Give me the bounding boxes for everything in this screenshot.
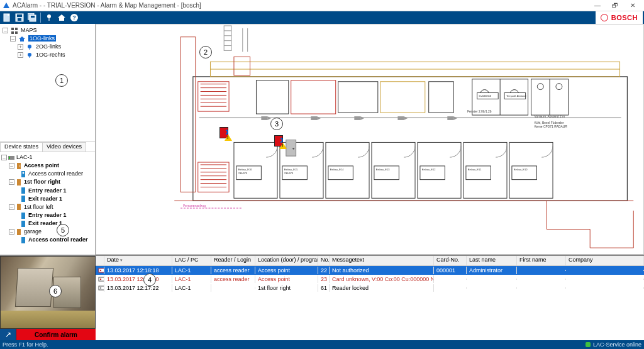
- tab-device-states[interactable]: Device states: [0, 142, 43, 152]
- tree-toggle[interactable]: –: [9, 179, 14, 185]
- svg-point-130: [100, 287, 101, 289]
- row-alarm-icon: [96, 267, 104, 274]
- col-lac[interactable]: LAC / PC: [172, 256, 211, 265]
- svg-point-126: [100, 270, 101, 271]
- device-root[interactable]: LAC-1: [16, 154, 33, 160]
- event-table: Date▾ LAC / PC Reader / Login Location (…: [96, 256, 644, 340]
- svg-rect-32: [17, 204, 21, 210]
- save-button[interactable]: [14, 12, 25, 23]
- tree-toggle[interactable]: –: [10, 36, 16, 42]
- col-location[interactable]: Location (door) / program: [255, 256, 318, 265]
- reader-icon: [20, 221, 27, 227]
- event-row[interactable]: 13.03.2017 12:18:18 LAC-1 access reader …: [96, 266, 644, 275]
- col-message[interactable]: Messagetext: [330, 256, 434, 265]
- svg-text:Einbau_E11: Einbau_E11: [468, 168, 481, 171]
- svg-point-26: [19, 165, 21, 167]
- device-reader[interactable]: Exit reader 1: [28, 196, 62, 202]
- device-1st-floor-left[interactable]: 1st floor left: [24, 204, 53, 210]
- svg-rect-116: [224, 26, 231, 50]
- svg-point-128: [100, 279, 101, 280]
- col-date[interactable]: Date▾: [104, 256, 172, 265]
- device-reader[interactable]: Access control reader: [28, 236, 88, 243]
- svg-marker-18: [19, 36, 25, 42]
- restore-button[interactable]: 🗗: [606, 1, 624, 11]
- tree-toggle[interactable]: –: [9, 163, 14, 169]
- window-title: ACAlarm - - TRIAL-VERSION - Alarm & Map …: [13, 2, 589, 9]
- tab-video-devices[interactable]: Video devices: [42, 142, 86, 152]
- minimize-button[interactable]: —: [589, 1, 606, 11]
- reader-icon: [20, 237, 27, 243]
- pin-button[interactable]: [43, 12, 55, 23]
- svg-rect-64: [429, 82, 453, 113]
- expand-camera-button[interactable]: ↗: [0, 329, 16, 340]
- service-status: LAC-Service online: [586, 341, 641, 348]
- tree-toggle[interactable]: –: [3, 28, 8, 33]
- svg-rect-81: [447, 116, 453, 120]
- tree-toggle[interactable]: +: [18, 52, 23, 58]
- confirm-alarm-button[interactable]: Confirm alarm: [16, 329, 96, 340]
- device-panel: Device states Video devices –LAC-1 –Acce…: [0, 142, 95, 255]
- device-reader[interactable]: Entry reader 1: [28, 212, 67, 218]
- close-button[interactable]: ✕: [624, 1, 641, 11]
- svg-marker-76: [317, 116, 321, 120]
- svg-rect-4: [17, 14, 22, 17]
- device-1st-floor-right[interactable]: 1st floor right: [24, 179, 60, 186]
- svg-text:Fenster 2.06/1.26: Fenster 2.06/1.26: [467, 110, 492, 113]
- maps-tree[interactable]: – MAPS – 1OG-links + 2OG-links +: [1, 25, 94, 61]
- svg-rect-51: [198, 162, 229, 192]
- door-icon: [16, 229, 23, 235]
- device-reader[interactable]: Exit reader 1: [28, 220, 62, 226]
- device-reader[interactable]: Access control reader: [28, 170, 83, 177]
- row-alarm-icon: [96, 275, 104, 283]
- save-all-button[interactable]: [26, 12, 38, 23]
- col-company[interactable]: Company: [566, 256, 644, 265]
- sort-indicator-icon: ▾: [120, 258, 123, 262]
- map-item-2og-links[interactable]: 2OG-links: [36, 43, 61, 50]
- col-no[interactable]: No.: [318, 256, 330, 265]
- col-icon[interactable]: [96, 256, 104, 265]
- callout-1: 1: [55, 74, 68, 87]
- col-firstname[interactable]: First name: [517, 256, 566, 265]
- svg-rect-61: [291, 80, 336, 114]
- status-bar: Press F1 for Help. LAC-Service online: [0, 340, 644, 349]
- col-cardno[interactable]: Card-No.: [434, 256, 467, 265]
- map-item-1og-links[interactable]: 1OG-links: [28, 35, 56, 42]
- tree-toggle[interactable]: –: [1, 155, 7, 160]
- pin-icon: [26, 52, 33, 58]
- callout-3: 3: [270, 118, 283, 130]
- svg-text:236/370: 236/370: [284, 172, 294, 175]
- event-row[interactable]: 13.03.2017 12:17:30 LAC-1 access reader …: [96, 275, 644, 284]
- svg-point-71: [537, 84, 543, 90]
- svg-rect-79: [397, 116, 404, 120]
- tree-toggle[interactable]: +: [18, 44, 23, 50]
- tree-toggle[interactable]: –: [9, 229, 14, 235]
- device-garage[interactable]: garage: [24, 228, 42, 235]
- event-header-row: Date▾ LAC / PC Reader / Login Location (…: [96, 256, 644, 266]
- device-reader[interactable]: Entry reader 1: [28, 187, 67, 194]
- reader-icon: [20, 213, 27, 219]
- reader-alarm-icon[interactable]: [219, 127, 231, 141]
- home-button[interactable]: [56, 12, 67, 23]
- new-file-button[interactable]: [1, 12, 13, 23]
- bottom-panel: 6 ↗ Confirm alarm Date▾ LAC / PC Reader …: [0, 255, 644, 340]
- maps-root-label[interactable]: MAPS: [21, 27, 37, 33]
- reader-alarm-icon[interactable]: [274, 135, 286, 149]
- svg-rect-16: [11, 31, 14, 34]
- event-row[interactable]: 13.03.2017 12:17:22 LAC-1 1st floor righ…: [96, 284, 644, 292]
- svg-marker-80: [404, 116, 408, 120]
- col-reader[interactable]: Reader / Login: [211, 256, 255, 265]
- map-viewport[interactable]: Fenster 2.06/1.26 Vorraum, Abstand 2 m K…: [96, 24, 644, 255]
- camera-preview[interactable]: [0, 256, 96, 329]
- help-button[interactable]: ?: [69, 12, 80, 23]
- grid-icon: [11, 28, 18, 34]
- device-tree[interactable]: –LAC-1 –Access point Access control read…: [0, 152, 95, 245]
- col-lastname[interactable]: Last name: [467, 256, 517, 265]
- map-item-1og-rechts[interactable]: 1OG-rechts: [36, 52, 65, 58]
- svg-text:Einbau_E13: Einbau_E13: [376, 168, 390, 171]
- tree-toggle[interactable]: –: [9, 204, 14, 210]
- device-access-point[interactable]: Access point: [24, 162, 59, 169]
- controller-icon: [8, 155, 15, 161]
- svg-rect-63: [380, 82, 425, 113]
- svg-text:Einbau_E12: Einbau_E12: [422, 168, 435, 171]
- svg-point-124: [292, 148, 294, 150]
